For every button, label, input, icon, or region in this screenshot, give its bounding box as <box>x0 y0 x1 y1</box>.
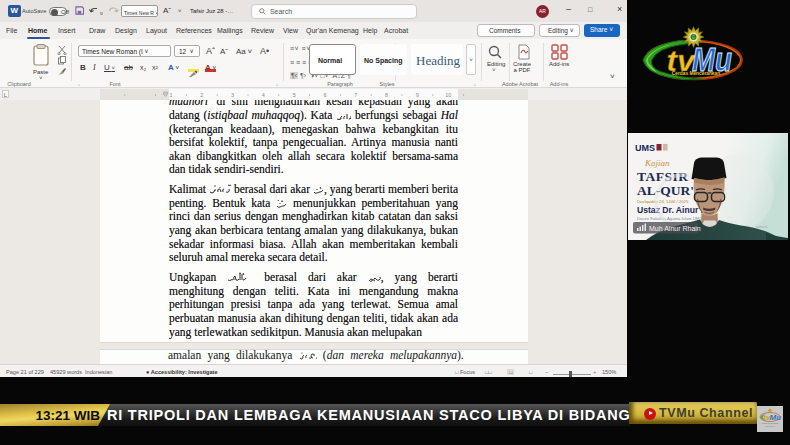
svg-text:8: 8 <box>385 92 388 98</box>
svg-text:Dosen Fakultas Agama Islam UMS: Dosen Fakultas Agama Islam UMS <box>637 216 702 221</box>
svg-text:10: 10 <box>445 92 451 98</box>
svg-text:3: 3 <box>231 92 234 98</box>
svg-text:Dzulqaidah 24, 1446 / 2025: Dzulqaidah 24, 1446 / 2025 <box>637 199 689 204</box>
svg-text:Kajian: Kajian <box>644 158 670 168</box>
svg-text:Cerdas Mencerahkan: Cerdas Mencerahkan <box>761 422 778 424</box>
svg-text:Muh Ainur Rhain: Muh Ainur Rhain <box>649 225 701 232</box>
svg-text:Mu: Mu <box>770 413 782 422</box>
svg-text:5: 5 <box>293 92 296 98</box>
svg-text:7: 7 <box>354 92 357 98</box>
svg-text:UMS: UMS <box>635 143 655 153</box>
svg-text:6: 6 <box>323 92 326 98</box>
svg-text:4: 4 <box>262 92 265 98</box>
svg-text:9: 9 <box>416 92 419 98</box>
svg-text:tvmu.tv: tvmu.tv <box>756 225 768 229</box>
svg-text:1: 1 <box>169 92 172 98</box>
svg-text:www.tvmu.tv: www.tvmu.tv <box>765 425 775 427</box>
svg-text:Cerdas Mencerahkan: Cerdas Mencerahkan <box>672 71 720 76</box>
svg-text:2: 2 <box>200 92 203 98</box>
